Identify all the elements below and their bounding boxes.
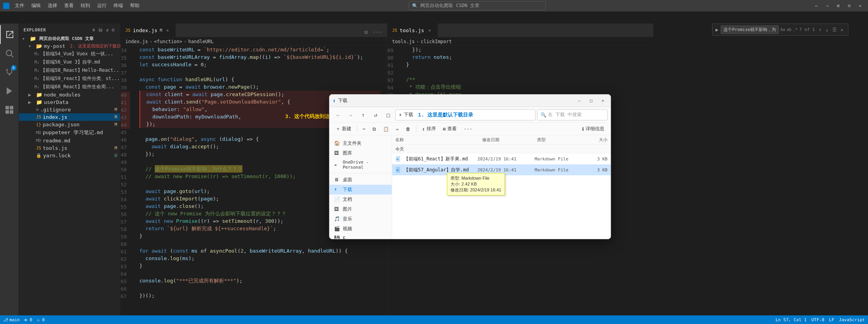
fe-search-box[interactable]: 🔍 在 下载 中搜索 [537,109,608,120]
tree-project-root[interactable]: ▾ 📁 网页自动化爬取 CSDN 文章 [19,35,120,42]
tree-tools-js[interactable]: JS tools.js M [19,144,120,152]
menu-selection[interactable]: 选择 [45,2,60,10]
status-language[interactable]: JavaScript [839,317,865,322]
tab-close-btn[interactable]: ✕ [165,27,171,33]
win-close-btn[interactable]: ✕ [855,3,865,9]
col-type-header[interactable]: 类型 [537,137,584,143]
col-size-header[interactable]: 大小 [584,137,608,143]
activity-run-debug[interactable] [0,82,19,100]
refresh-icon[interactable]: ↺ [105,27,110,33]
global-search-bar[interactable]: 🔍 网页自动化爬取 CSDN 文章 [409,1,546,10]
find-close-btn[interactable]: ☰ [831,26,838,33]
menu-view[interactable]: 查看 [61,2,77,10]
find-option-regex[interactable]: .* [793,27,798,32]
fe-nav-documents[interactable]: 📄 文档 [329,195,392,204]
win-layout2-btn[interactable]: ⊟ [844,3,854,9]
find-prev-btn[interactable]: ↑ [817,26,823,33]
more-actions-btn[interactable]: ··· [371,27,384,37]
find-option-aa[interactable]: Aa [780,27,785,32]
status-position[interactable]: Ln 57, Col 1 [776,317,807,322]
tree-gitignore[interactable]: ⚙ .gitignore M [19,106,120,113]
breadcrumb-file[interactable]: index.js [125,39,148,44]
split-editor-btn[interactable]: ⊟ [363,27,369,37]
activity-search[interactable] [0,44,19,63]
tree-file-2[interactable]: M↓ 【前端56_Vue 3】自学.md [19,58,120,66]
win-maximize-btn[interactable]: → [823,3,832,9]
win-minimize-btn[interactable]: ← [812,3,821,9]
activity-explorer[interactable] [0,25,19,44]
menu-edit[interactable]: 编辑 [28,2,44,10]
fe-refresh-btn[interactable]: ↺ [370,109,381,120]
fe-nav-pictures[interactable]: 🖼 图片 [329,204,392,214]
fe-new-btn[interactable]: ＋ 新建 [333,125,354,133]
find-option-ab[interactable]: ab [787,27,791,32]
fe-nav-music[interactable]: 🎵 音乐 [329,214,392,224]
tree-file-3[interactable]: M↓ 【前端58_React】Hello-React... [19,66,120,75]
tree-puppeteer-md[interactable]: MD puppeteer 学习笔记.md [19,128,120,137]
tree-node-modules[interactable]: ▶ 📁 node_modules [19,91,120,98]
fe-paste-btn[interactable]: 📋 [380,126,392,133]
col-name-header[interactable]: 名称 [395,137,482,143]
fe-nav-downloads[interactable]: ⬇ 下载 [329,185,392,195]
status-encoding[interactable]: UTF-8 [811,317,824,322]
status-warnings[interactable]: ⚠ 0 [37,317,45,322]
fe-nav-videos[interactable]: 🎬 视频 [329,224,392,234]
breadcrumb-tools[interactable]: tools.js [392,39,415,44]
fe-view-btn[interactable]: □ [383,109,394,120]
breadcrumb-function[interactable]: <function> [154,39,182,44]
fe-more-btn[interactable]: ··· [461,126,476,133]
status-errors[interactable]: ⊗ 0 [25,317,33,322]
win-layout-btn[interactable]: ⊞ [834,3,843,9]
tab-tools-js[interactable]: JS tools.js ✕ [387,24,438,37]
status-branch[interactable]: ⎇ main [3,317,20,322]
fe-view-mode-btn[interactable]: ⊞ 查看 [440,125,460,133]
tab-tools-close[interactable]: ✕ [427,27,433,33]
fe-cut-btn[interactable]: ✂ [360,126,369,133]
fe-back-btn[interactable]: ← [333,109,344,120]
fe-file-item-1[interactable]: MD 【前端61_React】新手果.md 2024/2/19 16:41 Ma… [392,153,611,164]
fe-nav-home[interactable]: 🏠 主文件夹 [329,138,392,148]
fe-nav-e-drive[interactable]: 💾 E [329,234,392,239]
tree-package-json[interactable]: {} package.json M [19,121,120,128]
new-file-icon[interactable]: ⊕ [92,27,96,33]
tab-index-js[interactable]: JS index.js M ✕ [121,24,176,37]
menu-terminal[interactable]: 终端 [110,2,126,10]
fe-address-bar[interactable]: ⬇ 下载 1. 这里是默认下载目录 [395,109,535,120]
tree-my-post[interactable]: ▾ 📂 my-post 2. 这里是我指定的下载目录 [19,42,120,50]
fe-nav-gallery[interactable]: 🖼 图库 [329,148,392,158]
fe-file-item-2[interactable]: MD 【前端57_Angular】自学.md 2024/2/19 16:41 M… [392,164,611,175]
collapse-icon[interactable]: ⊟ [111,27,116,33]
tree-index-js[interactable]: JS index.js M [19,113,120,121]
fe-sort-btn[interactable]: ↕ 排序 [419,125,439,133]
menu-help[interactable]: 帮助 [127,2,143,10]
fe-nav-desktop[interactable]: 🖥 桌面 [329,175,392,185]
status-line-ending[interactable]: LF [829,317,834,322]
fe-copy-btn[interactable]: ⧉ [369,126,379,133]
menu-file[interactable]: 文件 [12,2,27,10]
activity-source-control[interactable]: 6 [0,63,19,82]
breadcrumb-handleurl[interactable]: handleURL [188,39,214,44]
tree-user-data[interactable]: ▶ 📁 userData [19,98,120,106]
menu-run[interactable]: 运行 [94,2,110,10]
find-next-btn[interactable]: ↓ [824,26,830,33]
breadcrumb-click-import[interactable]: clickImport [421,39,452,44]
new-folder-icon[interactable]: 🗂 [98,27,104,33]
menu-go[interactable]: 转到 [78,2,93,10]
tree-file-5[interactable]: M↓ 【前端60_React】组件生命周... [19,83,120,91]
col-date-header[interactable]: 修改日期 [482,137,537,143]
find-close-x-btn[interactable]: ✕ [839,26,845,33]
tree-readme[interactable]: MD readme.md [19,137,120,144]
fe-rename-btn[interactable]: ✏ [393,126,402,133]
fe-delete-btn[interactable]: 🗑 [403,126,414,133]
fe-minimize-btn[interactable]: — [575,96,584,106]
tree-yarn-lock[interactable]: 🔒 yarn.lock U [19,152,120,159]
fe-details-btn[interactable]: ℹ 详细信息 [579,125,608,133]
fe-close-btn[interactable]: ✕ [598,96,608,106]
fe-forward-btn[interactable]: → [345,109,356,120]
fe-up-btn[interactable]: ↑ [358,109,369,120]
tree-file-1[interactable]: M↓ 【前端54_Vue】Vuex 统一状... [19,50,120,58]
fe-maximize-btn[interactable]: □ [586,96,596,106]
activity-extensions[interactable] [0,100,19,119]
fe-nav-onedrive[interactable]: ☁ OneDrive - Personal [329,158,392,171]
tree-file-4[interactable]: M↓ 【前端59_react】组件分类、st... [19,75,120,83]
